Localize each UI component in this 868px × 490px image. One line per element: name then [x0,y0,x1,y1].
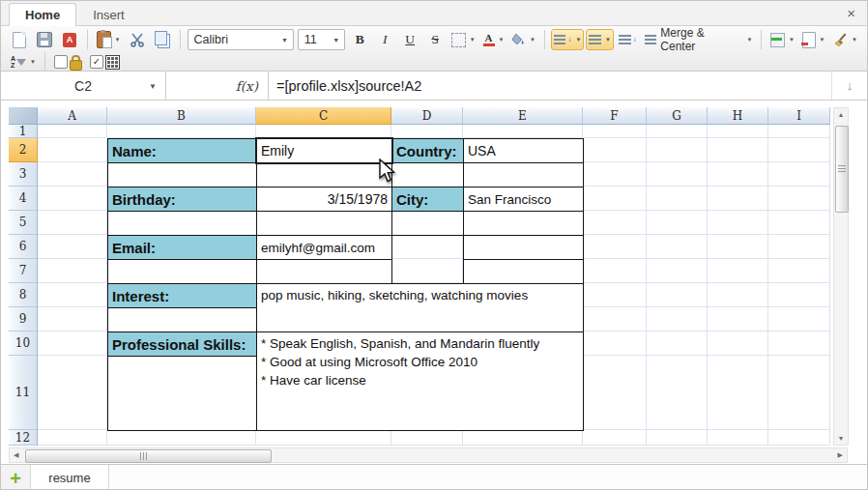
cell-H5[interactable] [708,211,768,235]
merge-center-button[interactable]: Merge & Center [642,29,756,50]
cut-button[interactable] [126,29,149,50]
tab-insert[interactable]: Insert [76,3,141,26]
font-name-select[interactable]: Calibri [188,29,294,50]
copy-button[interactable] [151,29,174,50]
horizontal-scrollbar-thumb[interactable] [25,449,272,463]
cell-G8[interactable] [647,283,708,307]
tab-home[interactable]: Home [9,3,76,26]
cell-I1[interactable] [768,125,830,138]
cell-C12[interactable] [256,430,391,446]
column-header-F[interactable]: F [583,107,647,125]
cell-F3[interactable] [583,162,647,187]
cell-C5[interactable] [256,211,392,236]
vertical-scrollbar[interactable]: ▲ ▼ [833,107,849,446]
cell-H7[interactable] [708,259,768,283]
cell-C2[interactable]: Emily [256,138,392,163]
freeze-panes-button[interactable] [767,29,797,50]
cell-E2[interactable]: USA [463,138,584,163]
cell-D2[interactable]: Country: [391,138,464,163]
cell-B1[interactable] [107,125,256,138]
wrap-text-button[interactable]: ↓ [616,29,640,50]
bold-button[interactable]: B [348,29,371,50]
add-sheet-button[interactable]: + [1,465,31,490]
scroll-up-icon[interactable]: ▲ [834,111,848,118]
cell-A12[interactable] [38,430,107,446]
cell-A7[interactable] [38,259,107,283]
cell-E7[interactable] [463,259,584,284]
cell-C10[interactable]: * Speak English, Spanish, and Mandarin f… [256,331,584,431]
cell-A2[interactable] [38,138,107,162]
scroll-left-icon[interactable]: ◀ [14,451,18,459]
cell-H3[interactable] [708,162,768,187]
cell-E1[interactable] [463,125,583,138]
cell-H10[interactable] [708,331,768,356]
format-clear-button[interactable] [830,29,861,50]
cell-F11[interactable] [583,356,647,430]
cell-F6[interactable] [583,235,647,259]
cell-A4[interactable] [38,187,107,211]
cell-D7[interactable] [391,259,463,283]
export-pdf-button[interactable]: A [58,29,81,50]
cell-A6[interactable] [38,235,107,259]
cell-H6[interactable] [708,235,768,259]
row-header-4[interactable]: 4 [9,187,38,211]
cell-D12[interactable] [391,430,463,446]
cell-H2[interactable] [708,138,768,162]
cell-E5[interactable] [463,211,584,236]
cell-F2[interactable] [583,138,647,162]
cell-I9[interactable] [768,307,830,331]
row-header-10[interactable]: 10 [9,331,38,356]
cell-D3[interactable] [391,162,464,187]
cell-E6[interactable] [463,235,584,260]
cell-A11[interactable] [38,356,107,430]
column-header-G[interactable]: G [647,107,708,125]
expand-formula-bar-button[interactable]: ↓ [831,72,867,100]
save-button[interactable] [33,29,56,50]
cell-G11[interactable] [647,356,708,430]
cell-I7[interactable] [768,259,830,283]
cell-D6[interactable] [391,235,463,259]
cell-G5[interactable] [647,211,708,235]
row-header-2[interactable]: 2 [9,138,38,162]
font-size-select[interactable]: 11 [298,29,345,50]
row-header-9[interactable]: 9 [9,307,38,331]
scroll-down-icon[interactable]: ▼ [834,435,848,442]
cell-B10[interactable]: Professional Skills: [107,331,257,357]
cell-B4[interactable]: Birthday: [107,187,257,212]
cell-B11[interactable] [107,356,257,431]
cell-I6[interactable] [768,235,830,259]
horizontal-scrollbar[interactable]: ◀ ▶ [9,447,848,463]
lock-cells-toggle[interactable] [51,51,85,72]
cell-B6[interactable]: Email: [107,235,257,260]
row-header-11[interactable]: 11 [9,356,38,430]
cell-G7[interactable] [647,259,708,283]
cell-C7[interactable] [256,259,392,284]
cell-B8[interactable]: Interest: [107,283,257,308]
cell-G2[interactable] [647,138,708,162]
cell-B9[interactable] [107,307,257,332]
close-icon[interactable]: × [847,5,855,22]
horizontal-align-button[interactable] [586,29,614,50]
italic-button[interactable]: I [373,29,396,50]
cell-G3[interactable] [647,162,708,187]
cell-G4[interactable] [647,187,708,211]
name-box-arrow-icon[interactable]: ▼ [149,82,157,91]
column-header-B[interactable]: B [107,107,256,125]
sheet-tab-resume[interactable]: resume [31,465,109,490]
sort-filter-button[interactable]: AZ [8,51,39,72]
cell-I5[interactable] [768,211,830,235]
scroll-right-icon[interactable]: ▶ [838,451,843,459]
cell-I2[interactable] [768,138,830,162]
cell-I3[interactable] [768,162,830,187]
cell-F9[interactable] [583,307,647,331]
cell-F1[interactable] [583,125,647,138]
cell-G9[interactable] [647,307,708,331]
cell-A10[interactable] [38,331,107,356]
row-header-1[interactable]: 1 [9,125,38,138]
cell-G6[interactable] [647,235,708,259]
cell-I10[interactable] [768,331,830,356]
formula-input[interactable]: =[profile.xlsx]source!A2 [269,72,831,100]
cell-F8[interactable] [583,283,647,307]
vertical-align-button[interactable]: ↓ [551,29,584,50]
select-all-corner[interactable] [9,107,38,125]
